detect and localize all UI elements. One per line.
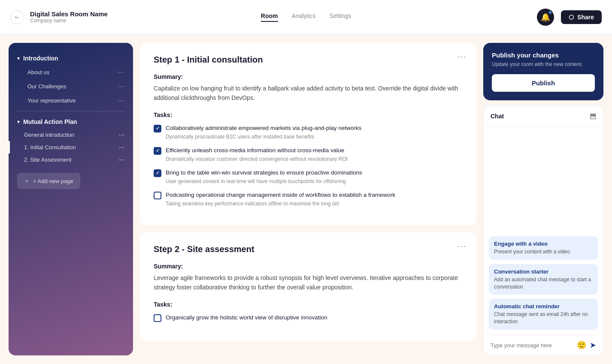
- add-page-button[interactable]: ＋ + Add new page: [17, 173, 80, 189]
- right-panel: Publish your changes Update your room wi…: [483, 43, 603, 355]
- sidebar-item-general-introduction[interactable]: General introduction ⋯: [9, 129, 133, 141]
- chat-expand-button[interactable]: ⬒: [590, 112, 596, 120]
- nav-right: 🔔 ⬡ Share: [537, 9, 602, 26]
- sidebar-subsection-label: Mutual Action Plan: [23, 118, 77, 125]
- content-area: ⋯ Step 1 - Initial consultation Summary:…: [140, 43, 476, 355]
- suggestion-title: Automatic chat reminder: [494, 303, 593, 310]
- task-checkbox-2[interactable]: [154, 147, 161, 155]
- chat-header: Chat ⬒: [484, 106, 603, 126]
- sidebar-subsection-header[interactable]: ▾ Mutual Action Plan: [9, 115, 133, 129]
- suggestion-title: Conversation starter: [494, 268, 593, 275]
- add-page-label: + Add new page: [33, 178, 73, 184]
- task-text-3: Bring to the table win-win survival stra…: [166, 169, 362, 177]
- notification-button[interactable]: 🔔: [537, 9, 554, 26]
- send-button[interactable]: ➤: [590, 340, 596, 350]
- chat-suggestion-starter[interactable]: Conversation starter Add an automated ch…: [489, 264, 598, 295]
- sidebar-item-about-us[interactable]: About us ⋯: [9, 65, 133, 79]
- publish-title: Publish your changes: [492, 51, 595, 59]
- sidebar-item-site-assessment[interactable]: 2. Site Assessment ⋯: [9, 153, 133, 166]
- task-text-5: Organically grow the holistic world view…: [166, 314, 327, 322]
- task-row: Organically grow the holistic world view…: [154, 314, 463, 322]
- task-item: Bring to the table win-win survival stra…: [154, 169, 463, 184]
- chat-label: Chat: [491, 113, 504, 120]
- suggestion-desc: Add an automated chat message to start a…: [494, 276, 593, 291]
- task-checkbox-5[interactable]: [154, 314, 161, 322]
- tab-room[interactable]: Room: [261, 12, 278, 22]
- more-options-icon[interactable]: ⋯: [118, 68, 124, 76]
- chevron-down-icon: ▾: [17, 56, 20, 61]
- sidebar-divider: [17, 111, 124, 111]
- nav-tabs: Room Analytics Settings: [261, 12, 351, 22]
- task-row: Podcasting operational change management…: [154, 191, 463, 199]
- more-options-icon[interactable]: ⋯: [119, 132, 124, 138]
- share-label: Share: [577, 14, 594, 21]
- back-button[interactable]: ←: [10, 10, 24, 24]
- chat-body: Engage with a video Present your content…: [484, 126, 603, 335]
- share-button[interactable]: ⬡ Share: [561, 10, 602, 24]
- sidebar-item-initial-consultation[interactable]: 1. Initial Consultation ⋯: [9, 141, 133, 153]
- sidebar-section-introduction: ▾ Introduction About us ⋯ Our Challenges…: [9, 51, 133, 108]
- sidebar-item-our-challenges[interactable]: Our Challenges ⋯: [9, 79, 133, 93]
- task-item: Collaboratively administrate empowered m…: [154, 124, 463, 140]
- task-checkbox-4[interactable]: [154, 192, 161, 199]
- chat-suggestion-video[interactable]: Engage with a video Present your content…: [489, 236, 598, 260]
- task-text-1: Collaboratively administrate empowered m…: [166, 124, 361, 132]
- step1-tasks-label: Tasks:: [154, 111, 463, 118]
- task-checkbox-3[interactable]: [154, 169, 161, 177]
- step1-card: ⋯ Step 1 - Initial consultation Summary:…: [140, 43, 476, 226]
- notification-badge: [548, 10, 552, 15]
- task-row: Efficiently unleash cross-media informat…: [154, 147, 463, 155]
- more-options-icon[interactable]: ⋯: [118, 96, 124, 105]
- task-row: Bring to the table win-win survival stra…: [154, 169, 463, 177]
- task-subtext-1: Dynamically procrastinate B2C users afte…: [154, 134, 463, 140]
- chat-suggestion-reminder[interactable]: Automatic chat reminder Chat message sen…: [489, 299, 598, 330]
- task-subtext-2: Dramatically visualize customer directed…: [154, 156, 463, 162]
- publish-card: Publish your changes Update your room wi…: [483, 43, 603, 100]
- step1-summary-text: Capitalize on low hanging fruit to ident…: [154, 84, 463, 103]
- task-row: Collaboratively administrate empowered m…: [154, 124, 463, 132]
- more-options-icon[interactable]: ⋯: [119, 156, 124, 163]
- publish-subtitle: Update your room with the new content.: [492, 61, 595, 67]
- step2-title: Step 2 - Site assessment: [154, 244, 463, 254]
- chevron-down-icon: ▾: [17, 119, 20, 125]
- share-icon: ⬡: [569, 14, 574, 21]
- step2-summary-text: Leverage agile frameworks to provide a r…: [154, 273, 463, 292]
- more-options-icon[interactable]: ⋯: [118, 82, 124, 90]
- task-text-4: Podcasting operational change management…: [166, 191, 395, 199]
- emoji-button[interactable]: 🙂: [577, 340, 586, 350]
- main-layout: ▾ Introduction About us ⋯ Our Challenges…: [0, 34, 612, 364]
- chat-card: Chat ⬒ Engage with a video Present your …: [483, 105, 603, 355]
- task-subtext-3: User generated content in real-time will…: [154, 178, 463, 184]
- topnav: ← Digital Sales Room Name Company name R…: [0, 0, 612, 34]
- suggestion-desc: Chat message sent as email 24h after no …: [494, 311, 593, 325]
- room-info: Digital Sales Room Name Company name: [30, 10, 108, 24]
- task-item: Efficiently unleash cross-media informat…: [154, 147, 463, 162]
- plus-icon: ＋: [24, 177, 30, 185]
- sidebar-item-your-representative[interactable]: Your representative ⋯: [9, 93, 133, 108]
- tab-analytics[interactable]: Analytics: [292, 12, 316, 22]
- more-options-icon[interactable]: ⋯: [119, 144, 124, 150]
- publish-button[interactable]: Publish: [492, 74, 595, 92]
- sidebar: ▾ Introduction About us ⋯ Our Challenges…: [9, 43, 133, 355]
- task-item: Podcasting operational change management…: [154, 191, 463, 207]
- chat-input-row: 🙂 ➤: [484, 335, 603, 355]
- step2-more-options[interactable]: ⋯: [457, 241, 466, 251]
- task-subtext-4: Taking seamless key performance indicato…: [154, 201, 463, 207]
- step1-summary-label: Summary:: [154, 73, 463, 80]
- step2-tasks-label: Tasks:: [154, 301, 463, 308]
- task-text-2: Efficiently unleash cross-media informat…: [166, 147, 344, 155]
- step1-more-options[interactable]: ⋯: [457, 51, 466, 62]
- chat-empty-space: [489, 132, 598, 232]
- task-checkbox-1[interactable]: [154, 125, 161, 132]
- chat-input[interactable]: [491, 342, 573, 349]
- sidebar-section-header-introduction[interactable]: ▾ Introduction: [9, 51, 133, 65]
- sidebar-section-mutual-action: ▾ Mutual Action Plan General introductio…: [9, 115, 133, 166]
- room-name: Digital Sales Room Name: [30, 10, 108, 18]
- sidebar-section-label: Introduction: [23, 55, 58, 62]
- step2-card: ⋯ Step 2 - Site assessment Summary: Leve…: [140, 232, 476, 341]
- company-name: Company name: [30, 18, 108, 24]
- step2-summary-label: Summary:: [154, 263, 463, 270]
- suggestion-desc: Present your content with a video: [494, 248, 593, 256]
- tab-settings[interactable]: Settings: [330, 12, 351, 22]
- step1-title: Step 1 - Initial consultation: [154, 55, 463, 65]
